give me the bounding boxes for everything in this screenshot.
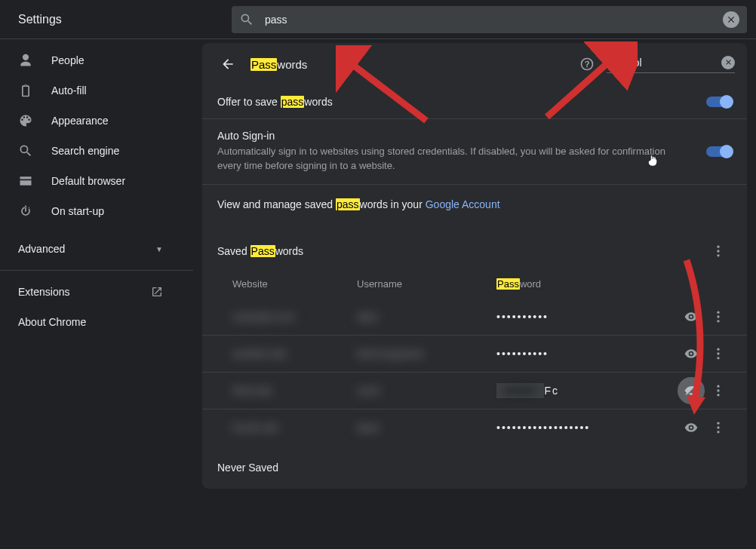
svg-point-3: [717, 311, 719, 313]
sidebar-item-label: Search engine: [51, 145, 119, 157]
svg-point-8: [717, 357, 719, 359]
back-button[interactable]: [214, 51, 241, 78]
svg-point-4: [717, 315, 719, 317]
password-filter-input[interactable]: [625, 57, 708, 69]
sidebar-advanced[interactable]: Advanced ▼: [0, 234, 193, 264]
highlight: pass: [281, 96, 305, 108]
password-row: third.sitecarolx9A8b7Fc: [202, 373, 747, 409]
svg-point-7: [717, 352, 719, 354]
google-account-link[interactable]: Google Account: [426, 198, 500, 210]
col-website: Website: [217, 278, 357, 290]
search-icon: [607, 57, 619, 69]
password-site[interactable]: fourth.site: [217, 422, 357, 434]
password-site[interactable]: third.site: [217, 385, 357, 397]
sidebar: People Auto-fill Appearance Search engin…: [0, 39, 193, 549]
password-row: another.sitebob.longname••••••••••: [202, 336, 747, 373]
password-mask: ••••••••••: [496, 311, 678, 323]
highlight: pass: [336, 198, 360, 210]
sidebar-item-label: Appearance: [51, 115, 109, 127]
clear-search-button[interactable]: [723, 11, 739, 28]
sidebar-item-autofill[interactable]: Auto-fill: [0, 75, 193, 106]
sidebar-item-people[interactable]: People: [0, 45, 193, 75]
svg-point-14: [717, 431, 719, 433]
arrow-left-icon: [220, 57, 235, 72]
sidebar-item-appearance[interactable]: Appearance: [0, 106, 193, 136]
password-site[interactable]: example.com: [217, 311, 357, 323]
toggle-visibility-button[interactable]: [678, 414, 705, 441]
offer-to-save-label: Offer to save passwords: [217, 96, 676, 108]
palette-icon: [18, 113, 33, 128]
saved-passwords-head: Saved Passwords: [202, 224, 747, 269]
toggle-visibility-button[interactable]: [678, 377, 705, 404]
password-value: x9A8b7Fc: [496, 383, 678, 398]
password-username: bob.longname: [357, 348, 496, 360]
external-link-icon: [151, 286, 163, 298]
password-row-menu[interactable]: [705, 414, 732, 441]
browser-icon: [18, 173, 33, 189]
sidebar-item-default-browser[interactable]: Default browser: [0, 166, 193, 196]
main-content: Passwords: [193, 39, 756, 549]
auto-signin-description: Automatically sign in to websites using …: [217, 145, 676, 173]
person-icon: [18, 53, 33, 68]
auto-signin-setting: Auto Sign-in Automatically sign in to we…: [202, 119, 747, 185]
svg-point-13: [717, 427, 719, 429]
password-mask: ••••••••••••••••••: [496, 422, 678, 434]
more-vert-icon: [711, 244, 726, 259]
sidebar-about[interactable]: About Chrome: [0, 307, 193, 337]
sidebar-item-search-engine[interactable]: Search engine: [0, 136, 193, 166]
settings-search[interactable]: [232, 6, 747, 33]
col-username: Username: [357, 278, 496, 290]
password-username: dave: [357, 422, 496, 434]
password-username: carol: [357, 385, 496, 397]
help-button[interactable]: [573, 51, 601, 78]
password-table-head: Website Username Password: [202, 269, 747, 299]
highlight: Pass: [250, 58, 277, 71]
auto-signin-toggle[interactable]: [706, 146, 732, 157]
svg-point-1: [717, 250, 719, 252]
sidebar-extensions[interactable]: Extensions: [0, 277, 193, 307]
saved-passwords-menu[interactable]: [705, 238, 732, 265]
clear-filter-button[interactable]: [721, 56, 735, 69]
password-row-menu[interactable]: [705, 303, 732, 330]
chevron-down-icon: ▼: [155, 245, 163, 253]
sidebar-item-label: People: [51, 54, 85, 66]
password-row-menu[interactable]: [705, 340, 732, 367]
svg-point-12: [717, 422, 719, 425]
sidebar-item-label: Default browser: [51, 175, 125, 187]
offer-to-save-toggle[interactable]: [706, 97, 732, 107]
svg-point-9: [717, 385, 719, 387]
auto-signin-label: Auto Sign-in: [217, 130, 676, 142]
password-filter[interactable]: [607, 56, 735, 73]
sidebar-item-label: Auto-fill: [51, 84, 87, 97]
never-saved-head: Never Saved: [202, 446, 747, 489]
close-icon: [724, 58, 733, 66]
power-icon: [18, 204, 33, 219]
sidebar-advanced-label: Advanced: [18, 243, 65, 255]
password-row: fourth.sitedave••••••••••••••••••: [202, 409, 747, 446]
sidebar-about-label: About Chrome: [18, 316, 86, 328]
offer-to-save-setting: Offer to save passwords: [202, 85, 747, 119]
highlight: Pass: [496, 278, 520, 290]
help-icon: [579, 57, 595, 72]
toggle-visibility-button[interactable]: [678, 303, 705, 330]
search-icon: [18, 143, 33, 158]
svg-point-10: [717, 389, 719, 391]
svg-point-0: [717, 245, 719, 247]
settings-title: Settings: [18, 13, 62, 26]
svg-point-2: [717, 254, 719, 256]
svg-point-6: [717, 348, 719, 350]
page-title: Passwords: [250, 58, 307, 71]
settings-search-input[interactable]: [265, 14, 723, 26]
toggle-visibility-button[interactable]: [678, 340, 705, 367]
sidebar-item-on-startup[interactable]: On start-up: [0, 196, 193, 226]
search-icon: [239, 12, 254, 27]
sidebar-extensions-label: Extensions: [18, 286, 69, 298]
clipboard-icon: [18, 83, 33, 98]
password-username: alice: [357, 311, 496, 323]
svg-point-11: [717, 394, 719, 396]
svg-point-5: [717, 320, 719, 322]
password-site[interactable]: another.site: [217, 348, 357, 360]
close-icon: [726, 14, 736, 25]
password-row-menu[interactable]: [705, 377, 732, 404]
divider: [0, 270, 193, 271]
